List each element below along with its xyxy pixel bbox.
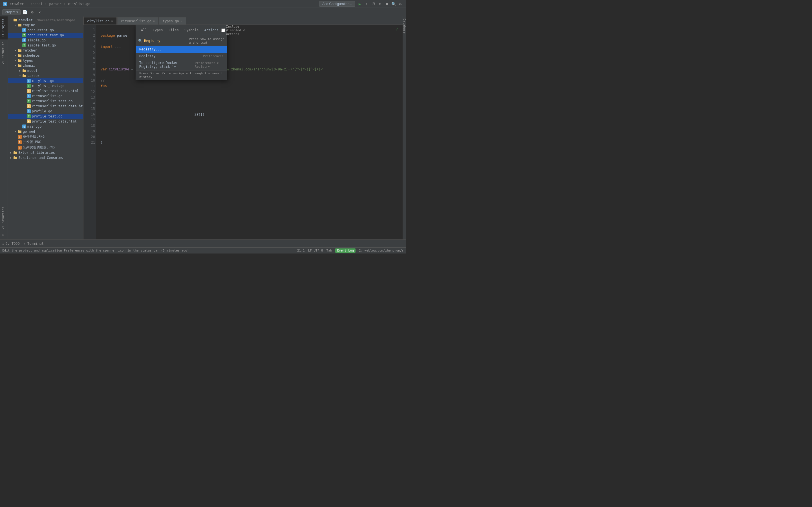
- tree-arrow-icon: [13, 135, 17, 139]
- sidebar-item-structure[interactable]: 2: Structure: [0, 40, 8, 66]
- tree-item[interactable]: ▶fetcher: [8, 48, 83, 53]
- png-icon: P: [17, 145, 22, 150]
- tab-cityuserlist-close[interactable]: ✕: [153, 19, 155, 22]
- tab-citylist-close[interactable]: ✕: [111, 19, 113, 22]
- project-button[interactable]: Project ▾: [2, 9, 20, 15]
- tree-item[interactable]: ▶go.mod: [8, 129, 83, 134]
- popup-result-registry-label: Registry: [139, 54, 156, 58]
- bottom-panel-todo[interactable]: ≡ 6: TODO: [2, 242, 20, 245]
- sidebar-item-star[interactable]: ★: [0, 231, 8, 239]
- tree-item[interactable]: P单任务版.PNG: [8, 134, 83, 139]
- popup-result-registry-dots[interactable]: Registry...: [136, 46, 227, 53]
- tree-item[interactable]: Tcitylist_test.go: [8, 83, 83, 89]
- tree-arrow-icon: ▶: [9, 156, 13, 160]
- tree-item[interactable]: P并发版.PNG: [8, 139, 83, 145]
- popup-result-docker-registry[interactable]: To configure Docker Registry, click '+' …: [136, 59, 227, 70]
- tree-arrow-icon: [18, 38, 22, 42]
- tree-item[interactable]: Tconcurrent_test.go: [8, 33, 83, 38]
- database-label[interactable]: Database: [403, 18, 406, 34]
- search-popup[interactable]: All Types Files Symbols Actions Include …: [136, 25, 227, 80]
- terminal-label: Terminal: [28, 242, 44, 245]
- settings-icon[interactable]: ⚙: [398, 1, 403, 7]
- popup-tab-all[interactable]: All: [138, 26, 150, 34]
- tree-item-label: engine: [23, 23, 35, 27]
- svg-text:H: H: [28, 121, 30, 123]
- sidebar-item-project[interactable]: 1: Project: [0, 16, 8, 40]
- line-number: 16: [86, 112, 95, 117]
- tree-item[interactable]: Gcityuserlist.go: [8, 94, 83, 99]
- editor-content: 123456789101112131415161718192021 packag…: [84, 25, 403, 239]
- tree-item[interactable]: ▶External Libraries: [8, 150, 83, 155]
- popup-tab-types[interactable]: Types: [150, 26, 166, 34]
- toolbar-close-icon[interactable]: ✕: [36, 9, 43, 15]
- svg-text:H: H: [28, 90, 30, 93]
- bottom-panel-terminal[interactable]: ▸ Terminal: [24, 242, 44, 245]
- tree-item-label: types: [23, 59, 33, 62]
- tree-item[interactable]: ▾zhenai: [8, 63, 83, 68]
- tree-item[interactable]: ▾crawler ~/Documents/GoWorkSpac: [8, 17, 83, 22]
- coverage-icon[interactable]: ⊕: [377, 1, 383, 7]
- sidebar-item-favorites[interactable]: 2: Favorites: [0, 205, 8, 231]
- tab-cityuserlist[interactable]: cityuserlist.go ✕: [117, 17, 158, 24]
- tree-item[interactable]: Hcitylist_test_data.html: [8, 89, 83, 94]
- tree-item-label: concurrent.go: [28, 28, 54, 32]
- tree-item[interactable]: ▾parser: [8, 73, 83, 78]
- popup-result-registry[interactable]: Registry Preferences: [136, 53, 227, 59]
- tree-item-label: simple_test.go: [28, 43, 56, 47]
- search-icon[interactable]: 🔍: [391, 1, 396, 7]
- tree-item[interactable]: Tsimple_test.go: [8, 43, 83, 48]
- tab-types[interactable]: types.go ✕: [159, 17, 186, 24]
- tree-item[interactable]: Gcitylist.go: [8, 78, 83, 83]
- tree-item[interactable]: ▶types: [8, 58, 83, 63]
- tree-item[interactable]: ▾engine: [8, 22, 83, 27]
- tree-item-label: scheduler: [23, 54, 41, 57]
- tree-item[interactable]: Hprofile_test_data.html: [8, 119, 83, 124]
- line-number: 6: [86, 55, 95, 61]
- tree-item[interactable]: P队列实现调度器.PNG: [8, 145, 83, 150]
- stop-icon[interactable]: ⏹: [384, 1, 390, 7]
- include-disabled-checkbox[interactable]: [221, 29, 225, 32]
- tree-arrow-icon: ▶: [13, 54, 17, 57]
- go-test-icon: T: [27, 114, 31, 119]
- popup-footer: Press ⌥↑ or ⌥↓ to navigate through the s…: [136, 70, 227, 80]
- tree-item-label: cityuserlist.go: [32, 94, 62, 98]
- tree-item-label: profile_test_data.html: [32, 119, 77, 123]
- profile-icon[interactable]: ⏱: [370, 1, 376, 7]
- svg-text:P: P: [19, 147, 20, 149]
- tree-item[interactable]: Hcityuserlist_test_data.html: [8, 104, 83, 109]
- debug-icon[interactable]: ⚡: [364, 1, 369, 7]
- tree-item[interactable]: Gsimple.go: [8, 38, 83, 43]
- tree-item[interactable]: ▶scheduler: [8, 53, 83, 58]
- tree-item-label: simple.go: [28, 38, 46, 42]
- toolbar-settings-icon[interactable]: ⚙: [29, 9, 35, 15]
- line-number: 10: [86, 78, 95, 83]
- popup-search-input[interactable]: [144, 39, 187, 43]
- popup-tab-symbols[interactable]: Symbols: [182, 26, 202, 34]
- tab-types-close[interactable]: ✕: [181, 19, 183, 22]
- tree-item[interactable]: Tprofile_test.go: [8, 114, 83, 119]
- folder-icon: [22, 68, 27, 73]
- line-number: 13: [86, 95, 95, 100]
- event-log-button[interactable]: Event Log: [335, 248, 356, 252]
- tab-citylist[interactable]: citylist.go ✕: [84, 17, 117, 24]
- gear-settings-icon[interactable]: ⚙: [243, 29, 245, 32]
- tree-item[interactable]: Tcityuserlist_test.go: [8, 99, 83, 104]
- popup-tab-actions[interactable]: Actions: [202, 26, 221, 34]
- line-number: 20: [86, 134, 95, 140]
- tree-item[interactable]: ▶Scratches and Consoles: [8, 155, 83, 160]
- tree-item-label: main.go: [28, 124, 42, 128]
- popup-results: Registry... Registry Preferences: [136, 46, 227, 70]
- line-number: 11: [86, 83, 95, 89]
- tree-item[interactable]: Gconcurrent.go: [8, 27, 83, 33]
- add-config-button[interactable]: Add Configuration...: [319, 1, 355, 7]
- tree-item[interactable]: ▶model: [8, 68, 83, 73]
- tree-item[interactable]: Gmain.go: [8, 124, 83, 129]
- tree-item-label: concurrent_test.go: [28, 33, 64, 37]
- run-icon[interactable]: ▶: [357, 1, 363, 7]
- go-icon: G: [27, 94, 31, 98]
- tree-item[interactable]: Gprofile.go: [8, 109, 83, 114]
- svg-text:H: H: [28, 105, 30, 108]
- popup-tab-files[interactable]: Files: [166, 26, 182, 34]
- left-tabs-panel: 1: Project 2: Structure 2: Favorites ★: [0, 16, 8, 239]
- new-file-icon[interactable]: 📄: [22, 9, 28, 15]
